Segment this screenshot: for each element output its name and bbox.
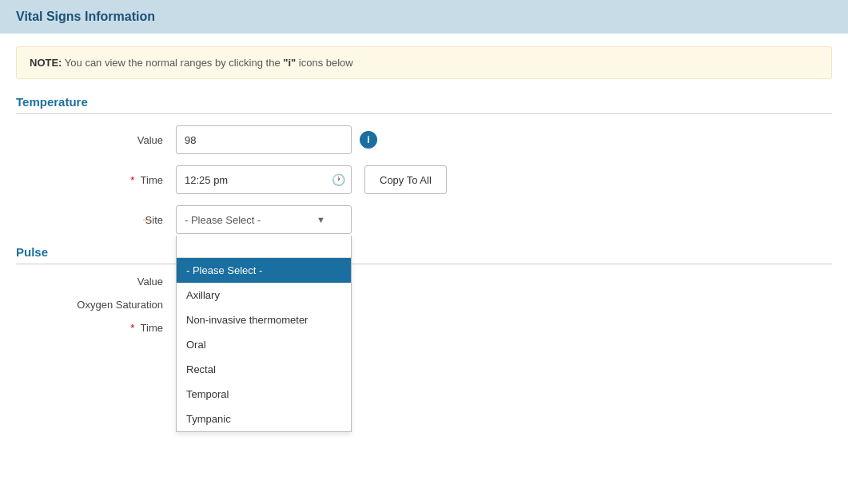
- chevron-down-icon: ▼: [317, 215, 325, 224]
- pulse-time-label: * Time: [16, 322, 176, 334]
- header-bar: Vital Signs Information: [0, 0, 848, 34]
- pulse-required-star: *: [130, 322, 134, 334]
- dropdown-option-temporal[interactable]: Temporal: [177, 382, 351, 407]
- temperature-value-row: Value i: [16, 125, 832, 154]
- page-wrapper: Vital Signs Information NOTE: You can vi…: [0, 0, 848, 504]
- page-title: Vital Signs Information: [16, 10, 155, 23]
- temperature-time-input[interactable]: [176, 165, 352, 194]
- dropdown-option-non-invasive[interactable]: Non-invasive thermometer: [177, 308, 351, 332]
- note-prefix: NOTE:: [30, 57, 62, 69]
- oxygen-saturation-row: Oxygen Saturation: [16, 299, 832, 311]
- note-box: NOTE: You can view the normal ranges by …: [16, 46, 832, 79]
- site-select-value: - Please Select -: [185, 214, 261, 226]
- temperature-value-input[interactable]: [176, 125, 352, 154]
- dropdown-option-please-select[interactable]: - Please Select -: [177, 258, 351, 283]
- pulse-value-label: Value: [16, 276, 176, 288]
- pulse-section-title: Pulse: [16, 245, 832, 264]
- pulse-time-row: * Time: [16, 322, 832, 334]
- note-highlight: "i": [283, 57, 296, 69]
- site-select[interactable]: - Please Select - ▼: [176, 205, 352, 234]
- required-star: *: [130, 174, 134, 186]
- dropdown-option-tympanic[interactable]: Tympanic: [177, 407, 351, 431]
- dropdown-option-axillary[interactable]: Axillary: [177, 283, 351, 308]
- dropdown-search-input[interactable]: [177, 236, 351, 258]
- site-dropdown: - Please Select - Axillary Non-invasive …: [176, 236, 352, 432]
- time-input-wrapper: 🕐: [176, 165, 352, 194]
- temperature-value-label: Value: [16, 134, 176, 146]
- pulse-section: Pulse Value Oxygen Saturation * Time: [16, 245, 832, 334]
- oxygen-saturation-label: Oxygen Saturation: [16, 299, 176, 311]
- note-text: You can view the normal ranges by clicki…: [65, 57, 353, 69]
- copy-to-all-button[interactable]: Copy To All: [364, 165, 447, 194]
- dropdown-option-oral[interactable]: Oral: [177, 332, 351, 357]
- temperature-site-row: → Site - Please Select - ▼ - Please Sele…: [16, 205, 832, 234]
- temperature-time-row: * Time 🕐 Copy To All: [16, 165, 832, 194]
- pulse-value-row: Value: [16, 276, 832, 288]
- dropdown-option-rectal[interactable]: Rectal: [177, 357, 351, 382]
- site-select-wrapper: - Please Select - ▼ - Please Select - Ax…: [176, 205, 352, 234]
- temperature-info-icon[interactable]: i: [360, 131, 377, 149]
- arrow-indicator: →: [140, 212, 154, 228]
- content-area: NOTE: You can view the normal ranges by …: [0, 34, 848, 358]
- temperature-section-title: Temperature: [16, 95, 832, 114]
- temperature-time-label: * Time: [16, 174, 176, 186]
